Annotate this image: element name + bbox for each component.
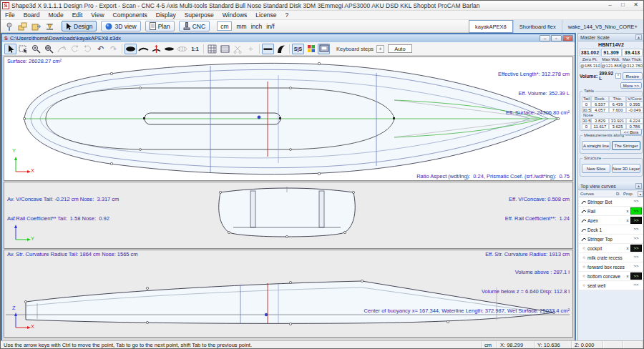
straight-line-button[interactable]: A straight line xyxy=(582,141,610,150)
menu-edit[interactable]: Edit xyxy=(68,11,87,19)
add-point-icon[interactable]: + xyxy=(245,44,257,54)
3d-view-button[interactable]: 3D view xyxy=(101,21,140,31)
menu-windows[interactable]: Windows xyxy=(218,11,251,19)
tab-shortboard-flex[interactable]: Shortboard flex xyxy=(513,20,562,33)
collapse-arrow-icon[interactable]: ▲ xyxy=(635,34,642,40)
curve-row-forward-box-recess[interactable]: ○ forward box recess >> xyxy=(579,262,643,272)
prop-badge[interactable]: >> xyxy=(630,282,642,289)
scale-icon[interactable] xyxy=(44,21,56,31)
prop-badge[interactable]: >> xyxy=(630,263,642,270)
top-view-curves-header[interactable]: Top view curves ▲ xyxy=(578,182,644,190)
menu-display[interactable]: Display xyxy=(152,11,180,19)
boxes-icon[interactable] xyxy=(16,21,29,31)
prop-badge[interactable]: >> xyxy=(630,226,642,233)
one-to-one-icon[interactable]: 1:1 xyxy=(189,44,201,54)
more-button[interactable]: More >> xyxy=(620,82,642,89)
new-slice-button[interactable]: New Slice xyxy=(582,164,610,173)
resize-button[interactable]: Resize xyxy=(623,72,643,80)
new-3d-layer-button[interactable]: New 3D Layer xyxy=(612,164,640,173)
select-arrow-icon[interactable] xyxy=(4,44,16,54)
prop-badge[interactable]: >> xyxy=(630,217,642,224)
thickness-view-icon[interactable] xyxy=(163,44,175,54)
fin-icon[interactable] xyxy=(275,44,287,54)
slice-view-icon[interactable] xyxy=(150,44,162,54)
max-wdt-at[interactable]: @121.868 xyxy=(601,62,622,69)
top-view-panel[interactable]: Surface: 26028.27 cm² Effective Length*:… xyxy=(4,56,573,181)
curve-row-bottom-concave[interactable]: ○ bottom concavex >> xyxy=(579,272,643,281)
prop-badge[interactable]: >> xyxy=(630,198,642,205)
curve-row-seat-well[interactable]: ○ seat well >> xyxy=(579,281,643,290)
menu-help[interactable]: ? xyxy=(281,11,293,19)
rocker-table[interactable]: Tail Rock. Pro Thic. Str V/Conc 06.5376.… xyxy=(582,96,640,129)
export-box-icon[interactable] xyxy=(30,21,42,31)
stringer-line-icon[interactable] xyxy=(262,44,274,54)
prop-badge[interactable]: >> xyxy=(630,245,642,252)
zero-pt-at[interactable]: @185.310 xyxy=(580,62,600,69)
curve-row-deck-1[interactable]: Deck 1 >> xyxy=(579,225,643,235)
master-scale-header[interactable]: Master Scale ▲ xyxy=(578,34,644,41)
unit-mm-button[interactable]: mm xyxy=(236,23,246,30)
pin-icon[interactable] xyxy=(3,21,15,31)
profile-view-panel[interactable]: Av. Str. Curvature Radius Tail: 1864 cm … xyxy=(4,250,573,338)
unit-inf-button[interactable]: in/f xyxy=(266,23,274,30)
grid-icon[interactable] xyxy=(206,44,218,54)
zoom-zone-icon[interactable] xyxy=(43,44,55,54)
length-value[interactable]: 381.002 xyxy=(580,49,600,56)
btns-button[interactable]: << Btns xyxy=(620,129,642,135)
edit-curve-icon[interactable] xyxy=(56,44,68,54)
menu-file[interactable]: File xyxy=(1,11,19,19)
document-title-bar[interactable]: S C:\Users\thoma\Downloads\kayakAPEX8.s3… xyxy=(2,34,575,42)
max-thck-at[interactable]: @312.780 xyxy=(622,62,643,69)
menu-view[interactable]: View xyxy=(87,11,108,19)
curve-row-milk-crate-recess[interactable]: ○ milk crate recess >> xyxy=(579,253,643,262)
cnc-button[interactable]: CNC xyxy=(179,21,210,31)
cut-icon[interactable] xyxy=(232,44,244,54)
resize-star-checkbox[interactable]: * xyxy=(615,73,621,79)
doc-close-icon[interactable]: ✕ xyxy=(562,35,573,41)
zoom-in-icon[interactable] xyxy=(30,44,42,54)
menu-superpose[interactable]: Superpose xyxy=(180,11,218,19)
rail-view-icon[interactable] xyxy=(176,44,188,54)
scroll-up-icon[interactable]: ▲ xyxy=(638,191,643,197)
design-button[interactable]: Design xyxy=(62,21,97,31)
redo-icon[interactable]: ↷ xyxy=(107,44,119,54)
prop-badge[interactable]: >> xyxy=(630,272,642,280)
curve-row-rail[interactable]: Railx >> xyxy=(579,207,643,216)
menu-board[interactable]: Board xyxy=(19,11,44,19)
outline-view-icon[interactable] xyxy=(125,44,137,54)
prop-badge[interactable]: >> xyxy=(630,235,642,242)
colors-icon[interactable] xyxy=(305,44,317,54)
slice-view-panel[interactable]: Av. V/Concave Tail: -0.212 cm Nose: 3.31… xyxy=(4,182,573,249)
keyboard-steps-auto-button[interactable]: Auto xyxy=(388,44,411,53)
guidelines-icon[interactable] xyxy=(219,44,231,54)
keyboard-steps-stepper[interactable]: + xyxy=(376,45,384,53)
tab-kayakapex8[interactable]: kayakAPEX8 xyxy=(469,20,513,33)
curve-row-cockpit[interactable]: ○ cockpitx >> xyxy=(579,244,643,253)
curve-row-apex[interactable]: Apexx >> xyxy=(579,216,643,225)
curve-row-stringer-top[interactable]: Stringer Top >> xyxy=(579,235,643,244)
tab-wake-144[interactable]: wake_144_V5_Nino_CORE+ xyxy=(562,20,643,33)
maximize-icon[interactable]: □ xyxy=(617,1,629,9)
menu-mode[interactable]: Mode xyxy=(44,11,67,19)
unit-cm-button[interactable]: cm xyxy=(217,21,232,31)
thickness-value[interactable]: 39.413 xyxy=(622,49,643,56)
full-screen-icon[interactable] xyxy=(318,44,330,54)
menu-components[interactable]: Components xyxy=(109,11,152,19)
doc-restore-icon[interactable]: ▫ xyxy=(551,35,562,41)
doc-minimize-icon[interactable]: – xyxy=(540,35,550,41)
marquee-select-icon[interactable] xyxy=(17,44,29,54)
menu-license[interactable]: License xyxy=(251,11,280,19)
prop-badge[interactable]: >> xyxy=(630,254,642,261)
prop-badge-selected[interactable]: >> xyxy=(630,207,642,215)
width-value[interactable]: 91.309 xyxy=(601,49,622,56)
close-icon[interactable]: ✕ xyxy=(630,1,642,9)
rotate-right-icon[interactable] xyxy=(82,44,94,54)
rocker-view-icon[interactable] xyxy=(137,44,150,54)
minimize-icon[interactable]: – xyxy=(604,1,616,9)
side-by-side-icon[interactable]: S|S xyxy=(292,44,304,54)
stringer-button[interactable]: The Stringer xyxy=(612,141,640,150)
undo-icon[interactable]: ↶ xyxy=(94,44,107,54)
curves-collapse-arrow-icon[interactable]: ▲ xyxy=(635,183,642,189)
unit-inch-button[interactable]: inch xyxy=(251,23,263,30)
plan-button[interactable]: Plan xyxy=(145,21,175,31)
